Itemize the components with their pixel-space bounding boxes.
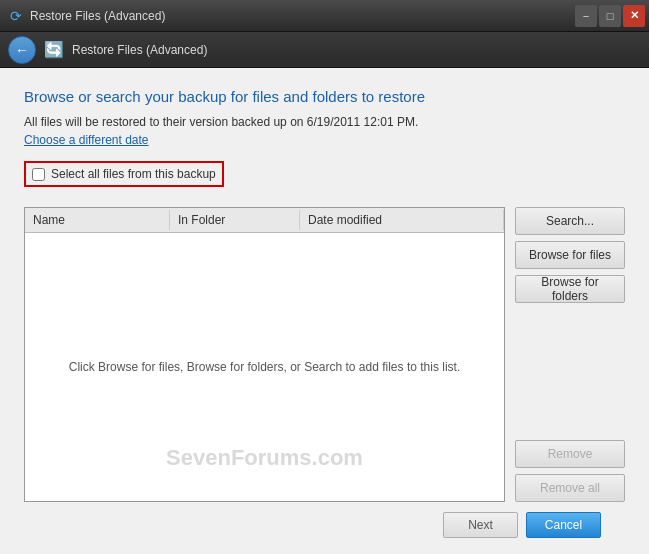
browse-files-button[interactable]: Browse for files: [515, 241, 625, 269]
maximize-button[interactable]: □: [599, 5, 621, 27]
title-bar: ⟳ Restore Files (Advanced) − □ ✕: [0, 0, 649, 32]
empty-message: Click Browse for files, Browse for folde…: [69, 360, 460, 374]
main-content: Browse or search your backup for files a…: [0, 68, 649, 554]
backup-date-subtitle: All files will be restored to their vers…: [24, 115, 625, 129]
column-name: Name: [25, 210, 170, 230]
nav-title: Restore Files (Advanced): [72, 43, 207, 57]
select-all-checkbox-row[interactable]: Select all files from this backup: [24, 161, 224, 187]
select-all-checkbox[interactable]: [32, 168, 45, 181]
window-icon: ⟳: [8, 8, 24, 24]
close-button[interactable]: ✕: [623, 5, 645, 27]
remove-all-button[interactable]: Remove all: [515, 474, 625, 502]
file-list-container: Name In Folder Date modified Click Brows…: [24, 207, 505, 502]
column-date-modified: Date modified: [300, 210, 504, 230]
window-title: Restore Files (Advanced): [30, 9, 165, 23]
bottom-bar: Next Cancel: [24, 502, 625, 538]
watermark: SevenForums.com: [166, 445, 363, 471]
browse-folders-button[interactable]: Browse for folders: [515, 275, 625, 303]
back-button[interactable]: ←: [8, 36, 36, 64]
right-buttons: Search... Browse for files Browse for fo…: [515, 207, 625, 502]
select-all-label: Select all files from this backup: [51, 167, 216, 181]
nav-bar: ← 🔄 Restore Files (Advanced): [0, 32, 649, 68]
next-button[interactable]: Next: [443, 512, 518, 538]
minimize-button[interactable]: −: [575, 5, 597, 27]
remove-button[interactable]: Remove: [515, 440, 625, 468]
search-button[interactable]: Search...: [515, 207, 625, 235]
restore-icon: 🔄: [44, 40, 64, 59]
change-date-link[interactable]: Choose a different date: [24, 133, 625, 147]
column-in-folder: In Folder: [170, 210, 300, 230]
file-list-body: Click Browse for files, Browse for folde…: [25, 233, 504, 501]
window-controls: − □ ✕: [575, 5, 645, 27]
cancel-button[interactable]: Cancel: [526, 512, 601, 538]
page-title: Browse or search your backup for files a…: [24, 88, 625, 105]
file-list-header: Name In Folder Date modified: [25, 208, 504, 233]
file-area: Name In Folder Date modified Click Brows…: [24, 207, 625, 502]
